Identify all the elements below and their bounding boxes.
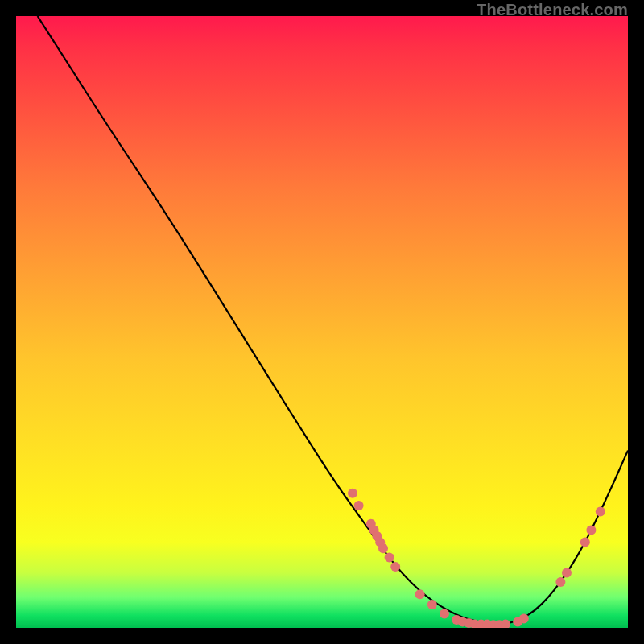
data-point bbox=[415, 589, 425, 599]
data-point bbox=[390, 562, 400, 572]
watermark-text: TheBottleneck.com bbox=[477, 1, 628, 19]
plot-area bbox=[16, 16, 628, 628]
chart-frame bbox=[16, 16, 628, 628]
bottleneck-curve bbox=[38, 16, 628, 624]
data-point bbox=[562, 568, 572, 578]
data-point bbox=[354, 501, 364, 510]
data-point bbox=[555, 577, 565, 587]
data-point bbox=[378, 543, 388, 553]
scatter-points bbox=[348, 489, 605, 628]
curve-layer bbox=[16, 16, 628, 628]
data-point bbox=[427, 600, 437, 609]
data-point bbox=[580, 538, 590, 547]
data-point bbox=[440, 609, 449, 619]
data-point bbox=[586, 525, 596, 535]
data-point bbox=[596, 507, 605, 517]
data-point bbox=[385, 553, 394, 563]
data-point bbox=[519, 614, 529, 624]
data-point bbox=[348, 489, 357, 498]
data-point bbox=[501, 619, 510, 628]
